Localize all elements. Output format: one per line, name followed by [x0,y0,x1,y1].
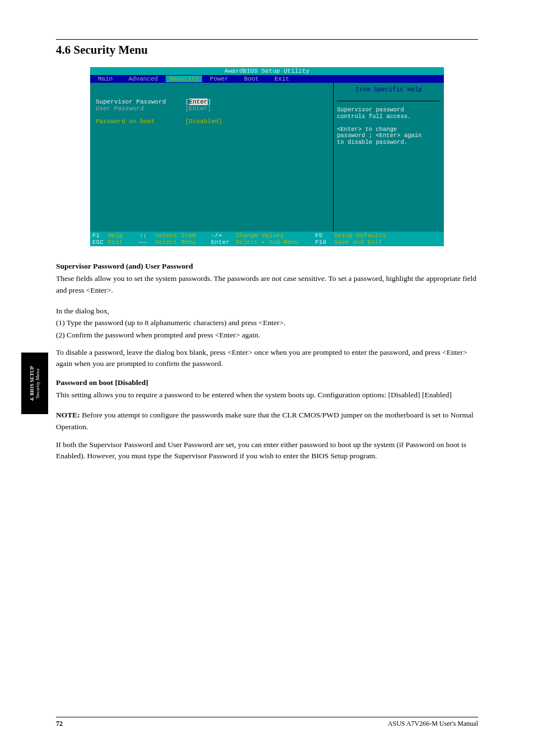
bios-item-user: User Password [96,105,185,112]
bios-menu-main: Main [90,76,120,82]
bios-help-text: Supervisor passwordcontrols full access.… [337,101,441,145]
section-heading: 4.6 Security Menu [56,43,478,57]
bios-left-panel: Supervisor Password [Enter] User Passwor… [90,83,333,232]
field-supervisor-title: Supervisor Password (and) User Password [56,262,478,271]
bios-screenshot: AwardBIOS Setup Utility Main Advanced Se… [90,67,444,246]
field-pwd-boot-text: This setting allows you to require a pas… [56,389,478,401]
bios-help-title: Item Specific Help [337,86,441,93]
bios-menu-advanced: Advanced [120,76,166,82]
bios-menu-boot: Boot [236,76,266,82]
bios-item-pwd-boot: Password on boot [96,118,185,125]
field-supervisor-text: These fields allow you to set the system… [56,273,478,296]
note-2: If both the Supervisor Password and User… [56,439,478,462]
page-footer: 72 ASUS A7V266-M User's Manual [56,717,478,728]
bios-title: AwardBIOS Setup Utility [90,67,444,75]
side-tab: 4. BIOS SETUP Security Menu [21,353,48,414]
bios-value-user: [Enter] [185,105,211,112]
manual-title: ASUS A7V266-M User's Manual [388,720,478,728]
bios-value-supervisor: [Enter] [185,98,211,105]
bios-menu-security: Security [166,76,202,82]
field-pwd-boot-title: Password on boot [Disabled] [56,378,478,387]
bios-footer: F1 Help ↑↓ Select Item -/+ Change Values… [90,232,444,246]
bios-menu-power: Power [202,76,236,82]
bios-menu-exit: Exit [266,76,297,82]
note-1: NOTE: Before you attempt to configure th… [56,410,478,433]
field-supervisor-steps: In the dialog box, (1) Type the password… [56,305,478,341]
bios-menu-bar: Main Advanced Security Power Boot Exit [90,75,444,83]
bios-item-supervisor: Supervisor Password [96,98,185,105]
bios-value-pwd-boot: [Disabled] [185,118,222,125]
bios-help-panel: Item Specific Help Supervisor passwordco… [333,83,444,232]
page-number: 72 [56,720,63,728]
field-supervisor-note: To disable a password, leave the dialog … [56,347,478,370]
